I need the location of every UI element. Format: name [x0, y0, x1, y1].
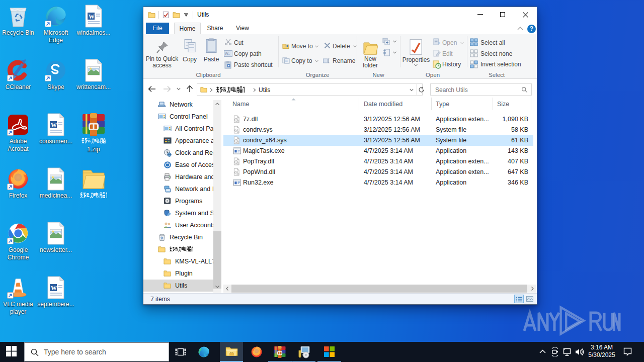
- svg-text:W..: W..: [225, 52, 230, 55]
- svg-text:W: W: [51, 285, 57, 292]
- svg-text:W: W: [51, 122, 57, 129]
- svg-text:W: W: [89, 13, 95, 20]
